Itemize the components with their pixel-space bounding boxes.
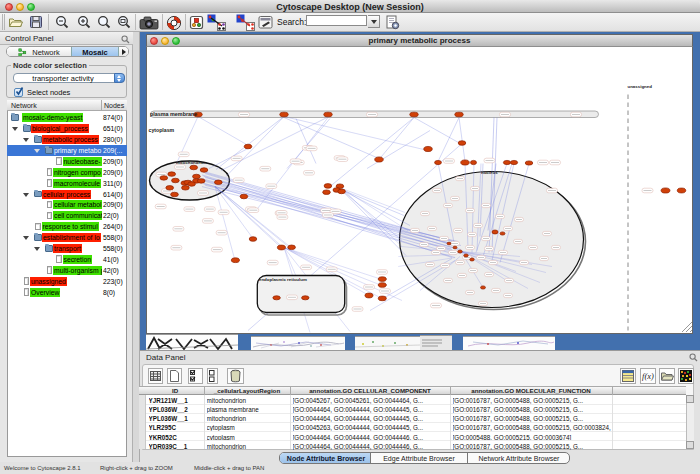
svg-text:endoplasmic reticulum: endoplasmic reticulum: [259, 276, 307, 281]
svg-text:plasma membrane: plasma membrane: [150, 111, 197, 117]
svg-text:unassigned: unassigned: [628, 84, 653, 89]
svg-text:nucleus: nucleus: [481, 170, 498, 175]
svg-text:mitochondrion: mitochondrion: [176, 160, 207, 165]
svg-text:cytoplasm: cytoplasm: [149, 126, 175, 132]
